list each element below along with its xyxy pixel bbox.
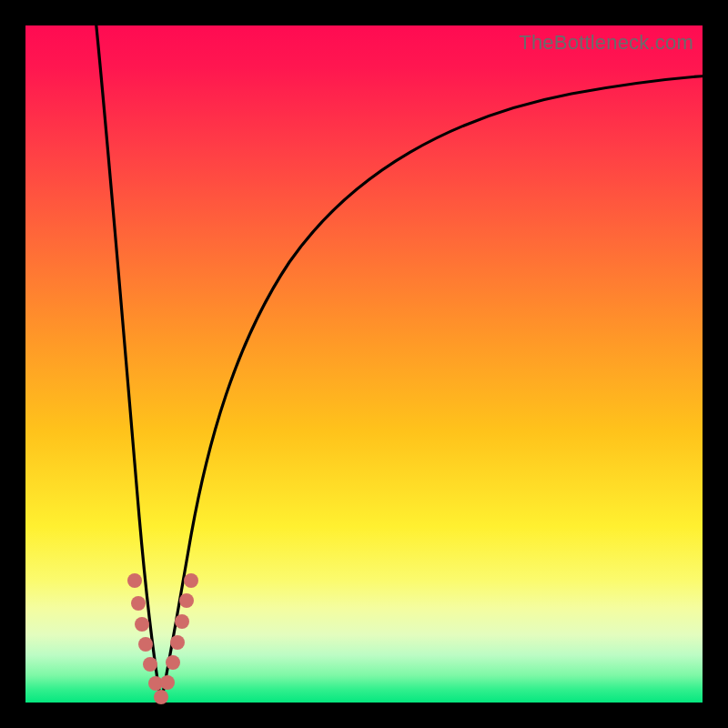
marker-dot	[154, 690, 168, 704]
marker-dot	[179, 593, 194, 608]
plot-area: TheBottleneck.com	[25, 25, 703, 703]
chart-frame: TheBottleneck.com	[0, 0, 728, 728]
marker-dot	[170, 635, 185, 650]
marker-dot	[138, 637, 153, 652]
curve-layer	[25, 25, 703, 703]
marker-group	[127, 573, 198, 704]
marker-dot	[127, 573, 142, 588]
marker-dot	[175, 614, 189, 629]
curve-left	[96, 18, 161, 703]
marker-dot	[135, 617, 149, 632]
marker-dot	[166, 655, 180, 670]
marker-dot	[184, 573, 198, 588]
marker-dot	[160, 675, 175, 690]
marker-dot	[131, 596, 146, 611]
curve-right	[161, 76, 710, 703]
marker-dot	[143, 657, 157, 672]
